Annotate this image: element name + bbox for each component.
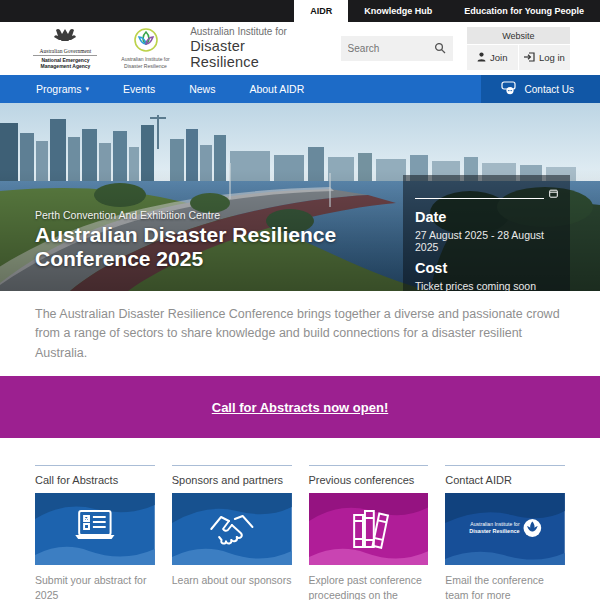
call-for-abstracts-link[interactable]: Call for Abstracts now open! [212,400,388,415]
nav-item-about-aidr[interactable]: About AIDR [249,83,304,95]
gov-logo-line3: Management Agency [41,63,91,70]
tab-education-young-people[interactable]: Education for Young People [448,0,600,22]
hero-title: Australian Disaster Resilience Conferenc… [35,223,336,270]
hero-banner: Perth Convention And Exhibition Centre A… [0,103,600,291]
site-switcher-bar: AIDR Knowledge Hub Education for Young P… [0,0,600,22]
card-call-for-abstracts[interactable]: Call for Abstracts Submit your abstract [35,465,155,600]
gov-logo-line1: Australian Government [40,48,92,54]
login-button[interactable]: Log in [519,45,570,70]
search-box [341,36,453,61]
nav-item-news[interactable]: News [189,83,215,95]
event-info-box: Date 27 August 2025 - 28 August 2025 Cos… [403,175,570,291]
nav-item-events[interactable]: Events [123,83,155,95]
login-arrow-icon [524,52,535,64]
aidr-logo-line2: Disaster Resilience [124,63,167,70]
card-image-sponsors [172,493,292,565]
quick-links-section: Call for Abstracts Submit your abstract [0,465,600,600]
chat-bubbles-icon [501,81,518,97]
australian-government-logo: Australian Government National Emergency… [30,28,101,70]
svg-text:Disaster Resilience: Disaster Resilience [470,528,520,534]
cost-value: Ticket prices coming soon [415,280,558,291]
brand-wordmark: Australian Institute for Disaster Resili… [190,26,312,71]
site-header: Australian Government National Emergency… [0,22,600,75]
card-contact-aidr[interactable]: Contact AIDR Australian Institute for Di… [445,465,565,600]
brand-line1: Australian Institute for [190,26,312,38]
chevron-down-icon: ▾ [86,85,90,93]
date-label: Date [415,209,558,225]
contact-us-button[interactable]: Contact Us [481,75,600,103]
tab-knowledge-hub[interactable]: Knowledge Hub [348,0,448,22]
card-image-abstracts [35,493,155,565]
abstracts-banner: Call for Abstracts now open! [0,376,600,438]
hero-venue: Perth Convention And Exhibition Centre [35,209,220,221]
intro-section: The Australian Disaster Resilience Confe… [0,291,600,363]
card-previous-conferences[interactable]: Previous conferences [309,465,429,600]
coat-of-arms-icon [52,28,78,47]
search-icon[interactable] [434,40,446,58]
card-image-contact: Australian Institute for Disaster Resili… [445,493,565,565]
website-dropdown[interactable]: Website [467,27,570,44]
card-sponsors[interactable]: Sponsors and partners Learn about our sp… [172,465,292,600]
cost-label: Cost [415,260,558,276]
brand-line2: Disaster Resilience [190,38,312,71]
svg-text:Australian Institute for: Australian Institute for [471,521,521,527]
account-panel: Website Join [467,27,570,70]
tab-aidr[interactable]: AIDR [294,0,348,22]
search-input[interactable] [348,43,430,54]
join-button[interactable]: Join [467,45,518,70]
aidr-logo-white: Australian Institute for Disaster Resili… [470,521,521,534]
calendar-icon [549,184,558,202]
person-icon [477,52,486,64]
date-value: 27 August 2025 - 28 August 2025 [415,229,558,253]
nav-item-programs[interactable]: Programs ▾ [36,83,89,95]
card-image-previous [309,493,429,565]
main-nav: Programs ▾ Events News About AIDR Contac… [0,75,600,103]
aidr-logo[interactable]: Australian Institute for Disaster Resili… [115,28,176,69]
aidr-flower-icon [134,28,158,56]
intro-text: The Australian Disaster Resilience Confe… [35,305,565,363]
